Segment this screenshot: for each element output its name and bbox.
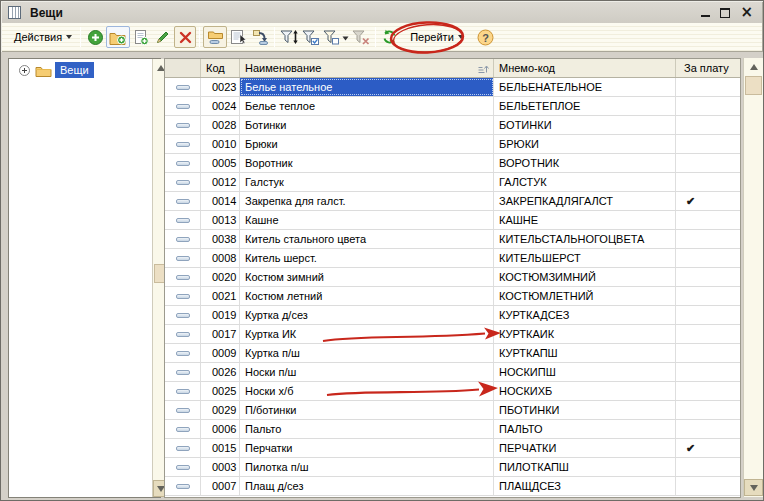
cell-mnemo[interactable]: БЕЛЬЕТЕПЛОЕ <box>494 97 676 115</box>
cell-code[interactable]: 0007 <box>201 477 240 495</box>
cell-name[interactable]: Куртка д/сез <box>240 306 494 324</box>
column-header-mnemo[interactable]: Мнемо-код <box>494 59 676 77</box>
cell-code[interactable]: 0005 <box>201 154 240 172</box>
cell-paid[interactable]: ✔ <box>676 439 740 457</box>
table-row[interactable]: 0009Куртка п/шКУРТКАПШ <box>165 344 740 363</box>
cell-name[interactable]: Носки п/ш <box>240 363 494 381</box>
refresh-button[interactable] <box>379 26 400 48</box>
cell-name[interactable]: Белье нательное <box>240 78 494 96</box>
cell-code[interactable]: 0013 <box>201 211 240 229</box>
cell-code[interactable]: 0038 <box>201 230 240 248</box>
cell-name[interactable]: Китель шерст. <box>240 249 494 267</box>
table-row[interactable]: 0007Плащ д/сезПЛАЩДСЕЗ <box>165 477 740 496</box>
cell-paid[interactable] <box>676 135 740 153</box>
hierarchy-view-button[interactable] <box>203 26 227 48</box>
cell-paid[interactable] <box>676 401 740 419</box>
cell-name[interactable]: Закрепка для галст. <box>240 192 494 210</box>
table-scrollbar[interactable] <box>743 58 763 497</box>
cell-mnemo[interactable]: ВОРОТНИК <box>494 154 676 172</box>
cell-mnemo[interactable]: КИТЕЛЬШЕРСТ <box>494 249 676 267</box>
cell-code[interactable]: 0026 <box>201 363 240 381</box>
table-row[interactable]: 0010БрюкиБРЮКИ <box>165 135 740 154</box>
cell-mnemo[interactable]: БЕЛЬЕНАТЕЛЬНОЕ <box>494 78 676 96</box>
cell-paid[interactable] <box>676 458 740 476</box>
cell-paid[interactable] <box>676 154 740 172</box>
cell-code[interactable]: 0010 <box>201 135 240 153</box>
cell-name[interactable]: Галстук <box>240 173 494 191</box>
cell-code[interactable]: 0012 <box>201 173 240 191</box>
add-button[interactable] <box>84 26 106 48</box>
cell-mnemo[interactable]: БОТИНКИ <box>494 116 676 134</box>
cell-code[interactable]: 0019 <box>201 306 240 324</box>
cell-name[interactable]: Кашне <box>240 211 494 229</box>
column-header-icon[interactable] <box>165 59 201 77</box>
cell-paid[interactable] <box>676 116 740 134</box>
cell-code[interactable]: 0014 <box>201 192 240 210</box>
table-row[interactable]: 0008Китель шерст.КИТЕЛЬШЕРСТ <box>165 249 740 268</box>
cell-name[interactable]: Белье теплое <box>240 97 494 115</box>
cell-name[interactable]: Брюки <box>240 135 494 153</box>
cell-paid[interactable] <box>676 420 740 438</box>
close-button[interactable]: × <box>740 6 753 19</box>
cell-paid[interactable] <box>676 173 740 191</box>
cell-mnemo[interactable]: КАШНЕ <box>494 211 676 229</box>
cell-code[interactable]: 0020 <box>201 268 240 286</box>
cell-mnemo[interactable]: КИТЕЛЬСТАЛЬНОГОЦВЕТА <box>494 230 676 248</box>
cell-mnemo[interactable]: ПИЛОТКАПШ <box>494 458 676 476</box>
cell-name[interactable]: Костюм зимний <box>240 268 494 286</box>
cell-paid[interactable] <box>676 382 740 400</box>
goto-button[interactable]: Перейти <box>405 26 469 48</box>
cell-name[interactable]: Костюм летний <box>240 287 494 305</box>
table-row[interactable]: 0025Носки х/бНОСКИХБ <box>165 382 740 401</box>
cell-paid[interactable] <box>676 477 740 495</box>
cell-code[interactable]: 0006 <box>201 420 240 438</box>
cell-mnemo[interactable]: НОСКИХБ <box>494 382 676 400</box>
table-row[interactable]: 0019Куртка д/сезКУРТКАДСЕЗ <box>165 306 740 325</box>
cell-name[interactable]: Пальто <box>240 420 494 438</box>
table-row[interactable]: 0005ВоротникВОРОТНИК <box>165 154 740 173</box>
cell-mnemo[interactable]: ПЕРЧАТКИ <box>494 439 676 457</box>
cell-code[interactable]: 0015 <box>201 439 240 457</box>
cell-name[interactable]: Китель стального цвета <box>240 230 494 248</box>
cell-paid[interactable] <box>676 306 740 324</box>
table-row[interactable]: 0006ПальтоПАЛЬТО <box>165 420 740 439</box>
cell-paid[interactable] <box>676 268 740 286</box>
table-row[interactable]: 0003Пилотка п/шПИЛОТКАПШ <box>165 458 740 477</box>
filter-by-value-button[interactable] <box>300 26 322 48</box>
cell-code[interactable]: 0008 <box>201 249 240 267</box>
cell-paid[interactable] <box>676 363 740 381</box>
cell-code[interactable]: 0017 <box>201 325 240 343</box>
cell-name[interactable]: Носки х/б <box>240 382 494 400</box>
table-row[interactable]: 0023Белье нательноеБЕЛЬЕНАТЕЛЬНОЕ <box>165 78 740 97</box>
cell-paid[interactable] <box>676 344 740 362</box>
cell-paid[interactable] <box>676 325 740 343</box>
table-row[interactable]: 0029П/ботинкиПБОТИНКИ <box>165 401 740 420</box>
cell-mnemo[interactable]: ГАЛСТУК <box>494 173 676 191</box>
table-row[interactable]: 0028БотинкиБОТИНКИ <box>165 116 740 135</box>
cell-code[interactable]: 0028 <box>201 116 240 134</box>
actions-button[interactable]: Действия <box>9 26 77 48</box>
table-row[interactable]: 0017Куртка ИККУРТКАИК <box>165 325 740 344</box>
table-row[interactable]: 0013КашнеКАШНЕ <box>165 211 740 230</box>
edit-button[interactable] <box>152 26 174 48</box>
cell-name[interactable]: Перчатки <box>240 439 494 457</box>
cell-paid[interactable] <box>676 97 740 115</box>
scroll-down-button[interactable] <box>744 479 763 496</box>
filter-sort-button[interactable] <box>278 26 300 48</box>
cell-code[interactable]: 0021 <box>201 287 240 305</box>
cell-paid[interactable] <box>676 211 740 229</box>
table-row[interactable]: 0012ГалстукГАЛСТУК <box>165 173 740 192</box>
help-button[interactable]: ? <box>475 26 497 48</box>
column-header-name[interactable]: Наименование <box>240 59 494 77</box>
cell-mnemo[interactable]: КУРТКАПШ <box>494 344 676 362</box>
table-row[interactable]: 0014Закрепка для галст.ЗАКРЕПКАДЛЯГАЛСТ✔ <box>165 192 740 211</box>
filter-menu-button[interactable] <box>322 26 350 48</box>
cell-mnemo[interactable]: КОСТЮМЛЕТНИЙ <box>494 287 676 305</box>
cell-code[interactable]: 0024 <box>201 97 240 115</box>
minimize-button[interactable] <box>701 7 710 19</box>
cell-code[interactable]: 0009 <box>201 344 240 362</box>
cell-mnemo[interactable]: НОСКИПШ <box>494 363 676 381</box>
table-row[interactable]: 0038Китель стального цветаКИТЕЛЬСТАЛЬНОГ… <box>165 230 740 249</box>
cell-name[interactable]: Плащ д/сез <box>240 477 494 495</box>
table-row[interactable]: 0015ПерчаткиПЕРЧАТКИ✔ <box>165 439 740 458</box>
